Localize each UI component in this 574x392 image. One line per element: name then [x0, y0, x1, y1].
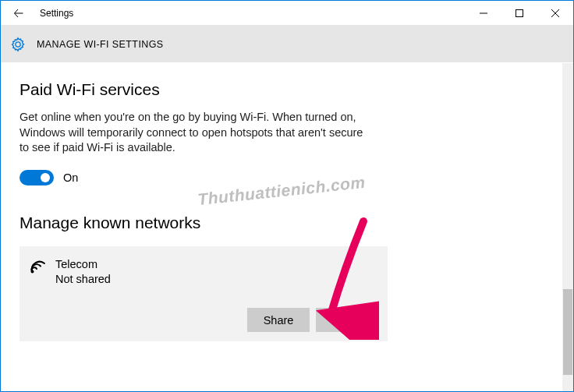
toggle-state-label: On — [63, 171, 78, 184]
window-controls — [466, 1, 573, 25]
paid-wifi-description: Get online when you're on the go by buyi… — [19, 110, 370, 156]
wifi-icon — [29, 259, 48, 276]
scrollbar-thumb[interactable] — [563, 289, 572, 375]
svg-rect-1 — [516, 9, 523, 16]
back-arrow-icon — [12, 7, 25, 19]
content-area: Paid Wi-Fi services Get online when you'… — [1, 63, 562, 391]
share-button[interactable]: Share — [247, 308, 310, 332]
toggle-knob — [41, 173, 50, 182]
window-title: Settings — [40, 8, 73, 19]
close-icon — [551, 9, 559, 17]
network-text: Telecom Not shared — [55, 257, 111, 287]
svg-point-4 — [31, 270, 34, 273]
network-row: Telecom Not shared — [29, 257, 378, 287]
page-header: MANAGE WI-FI SETTINGS — [1, 25, 573, 62]
titlebar: Settings — [1, 1, 573, 25]
maximize-icon — [516, 9, 523, 17]
paid-wifi-toggle-row: On — [19, 170, 562, 185]
minimize-icon — [480, 9, 487, 17]
gear-icon — [10, 37, 26, 52]
network-name: Telecom — [55, 257, 111, 272]
minimize-button[interactable] — [466, 1, 501, 25]
known-networks-heading: Manage known networks — [19, 214, 562, 232]
paid-wifi-toggle[interactable] — [19, 170, 54, 185]
titlebar-left: Settings — [1, 1, 73, 25]
forget-button[interactable]: Forget — [316, 308, 378, 332]
maximize-button[interactable] — [501, 1, 537, 25]
network-status: Not shared — [55, 272, 111, 287]
network-actions: Share Forget — [29, 308, 378, 332]
page-title: MANAGE WI-FI SETTINGS — [37, 39, 164, 50]
network-item[interactable]: Telecom Not shared Share Forget — [19, 246, 388, 342]
close-button[interactable] — [537, 1, 573, 25]
settings-window: Settings M — [0, 0, 574, 392]
scrollbar-track[interactable] — [562, 63, 573, 391]
paid-wifi-heading: Paid Wi-Fi services — [19, 80, 562, 99]
back-button[interactable] — [1, 1, 37, 25]
